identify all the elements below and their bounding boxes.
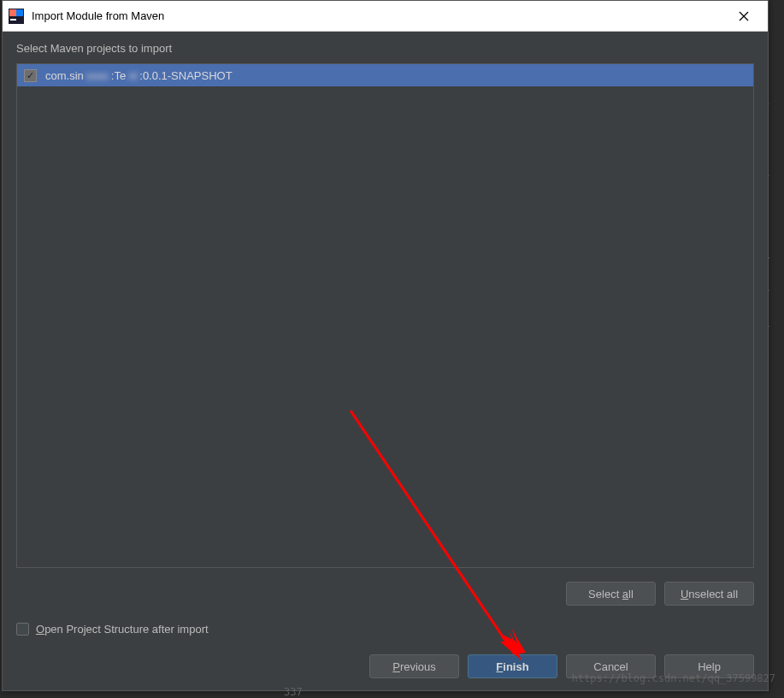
- selection-buttons: Select all Unselect all: [16, 582, 754, 606]
- line-number: 337: [284, 686, 303, 698]
- cancel-button[interactable]: Cancel: [566, 654, 656, 678]
- help-button[interactable]: Help: [664, 654, 754, 678]
- close-button[interactable]: [725, 1, 763, 32]
- select-all-button[interactable]: Select all: [566, 582, 656, 606]
- project-list[interactable]: ✓ com.sinxxxx:Tenl:0.0.1-SNAPSHOT: [16, 63, 754, 568]
- unselect-all-button[interactable]: Unselect all: [664, 582, 754, 606]
- intellij-icon: [8, 8, 25, 25]
- open-structure-label[interactable]: Open Project Structure after import: [36, 623, 209, 636]
- titlebar: Import Module from Maven: [3, 1, 768, 32]
- svg-rect-2: [16, 9, 23, 16]
- dialog-body: Select Maven projects to import ✓ com.si…: [3, 32, 768, 690]
- import-maven-dialog: Import Module from Maven Select Maven pr…: [2, 0, 769, 691]
- project-checkbox[interactable]: ✓: [24, 69, 37, 82]
- previous-button[interactable]: Previous: [369, 654, 459, 678]
- svg-rect-3: [10, 19, 16, 21]
- svg-rect-1: [9, 9, 16, 16]
- finish-button[interactable]: Finish: [468, 654, 557, 678]
- prompt-label: Select Maven projects to import: [16, 42, 754, 55]
- open-structure-checkbox[interactable]: [16, 623, 29, 636]
- project-label: com.sinxxxx:Tenl:0.0.1-SNAPSHOT: [45, 69, 233, 82]
- window-title: Import Module from Maven: [32, 9, 725, 22]
- options-row: Open Project Structure after import: [16, 623, 754, 636]
- project-list-item[interactable]: ✓ com.sinxxxx:Tenl:0.0.1-SNAPSHOT: [17, 64, 753, 86]
- dialog-buttons: Previous Finish Cancel Help: [16, 654, 754, 678]
